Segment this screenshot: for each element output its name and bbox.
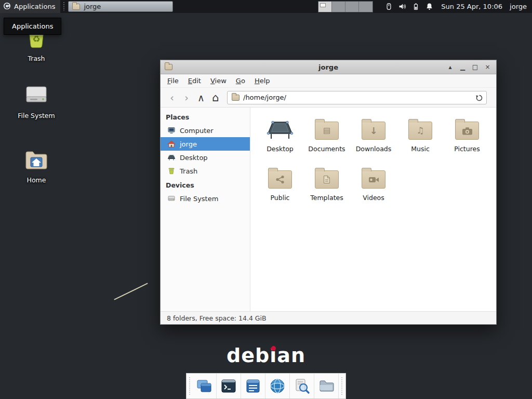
sidebar: Places Computer jorge Desktop Trash Devi…	[161, 108, 250, 311]
file-desktop[interactable]: Desktop	[257, 114, 303, 163]
system-tray	[384, 2, 434, 11]
menu-edit[interactable]: Edit	[183, 74, 206, 87]
volume-tray-icon[interactable]	[398, 2, 407, 11]
documents-emblem-icon: ▤	[323, 127, 330, 135]
file-view[interactable]: Desktop ▤ Documents ↓ Downloads	[250, 108, 496, 311]
menu-go[interactable]: Go	[231, 74, 250, 87]
music-note-emblem-icon: ♫	[416, 126, 424, 135]
desktop-icon	[167, 153, 176, 162]
workspace-switcher	[318, 1, 373, 12]
up-button[interactable]: ∧	[194, 90, 208, 105]
file-public[interactable]: Public	[257, 163, 303, 211]
file-pictures[interactable]: Pictures	[444, 114, 490, 163]
notifications-bell-icon[interactable]	[425, 2, 434, 11]
home-folder-icon	[24, 149, 49, 173]
path-input[interactable]	[243, 94, 471, 101]
dock-launcher-app-finder[interactable]	[290, 374, 314, 398]
wallpaper-line-artifact	[114, 283, 148, 300]
dock-launcher-terminal[interactable]	[217, 374, 241, 398]
file-music[interactable]: ♫ Music	[397, 114, 444, 163]
public-folder-icon	[268, 163, 292, 193]
taskbar-button-jorge[interactable]: jorge	[68, 1, 173, 12]
file-documents-label: Documents	[308, 145, 345, 153]
share-emblem-icon	[275, 175, 285, 184]
home-button[interactable]: ⌂	[208, 90, 223, 105]
video-camera-emblem-icon	[368, 176, 379, 183]
folder-icon	[318, 378, 335, 394]
file-videos[interactable]: Videos	[350, 163, 397, 211]
reload-button[interactable]	[474, 94, 484, 103]
dock-handle-left[interactable]	[188, 377, 191, 395]
dock-launcher-web-browser[interactable]	[265, 374, 290, 398]
battery-tray-icon[interactable]	[411, 2, 420, 11]
file-videos-label: Videos	[363, 194, 384, 202]
documents-folder-icon: ▤	[315, 114, 339, 144]
music-folder-icon: ♫	[408, 114, 432, 144]
dock-launcher-file-manager[interactable]	[314, 374, 339, 398]
status-bar: 8 folders, Free space: 14.4 GiB	[161, 311, 496, 324]
file-public-label: Public	[271, 194, 290, 202]
file-pictures-label: Pictures	[454, 145, 480, 153]
panel-handle[interactable]	[62, 2, 65, 11]
sidebar-header-places: Places	[161, 110, 250, 124]
sidebar-item-desktop[interactable]: Desktop	[161, 151, 250, 164]
desktop-icon-home[interactable]: Home	[12, 149, 60, 184]
filesystem-drive-icon	[24, 83, 49, 109]
panel-clock[interactable]: Sun 25 Apr, 10:06	[441, 3, 502, 10]
bottom-dock	[186, 373, 346, 399]
file-templates[interactable]: Templates	[303, 163, 350, 211]
sidebar-header-devices: Devices	[161, 178, 250, 192]
menu-help[interactable]: Help	[250, 74, 275, 87]
path-folder-icon	[232, 95, 240, 101]
list-window-icon	[245, 378, 261, 394]
sidebar-item-filesystem[interactable]: File System	[161, 192, 250, 205]
mouse-tray-icon[interactable]	[384, 2, 393, 11]
drive-icon	[167, 194, 176, 203]
globe-icon	[269, 378, 286, 394]
back-button[interactable]: ‹	[165, 90, 179, 105]
minimize-button[interactable]: ▁	[458, 63, 467, 72]
videos-folder-icon	[362, 163, 385, 193]
window-titlebar[interactable]: jorge ▴ ▁ □ ×	[161, 60, 496, 74]
workspace-3[interactable]	[345, 2, 359, 12]
menu-file[interactable]: File	[163, 74, 183, 87]
sidebar-item-jorge-label: jorge	[180, 140, 197, 148]
dock-launcher-windows[interactable]	[192, 374, 217, 398]
desktop-icon-home-label: Home	[27, 176, 46, 184]
debian-wordmark: debian	[0, 344, 532, 367]
dock-launcher-panel-lines[interactable]	[241, 374, 265, 398]
desktop-special-icon	[266, 114, 294, 144]
sidebar-item-trash[interactable]: Trash	[161, 164, 250, 178]
menu-view[interactable]: View	[206, 74, 231, 87]
windows-icon	[196, 378, 212, 394]
file-music-label: Music	[411, 145, 430, 153]
forward-button[interactable]: ›	[179, 90, 194, 105]
applications-menu-button[interactable]: Applications	[0, 0, 60, 13]
menu-bar: File Edit View Go Help	[161, 74, 496, 88]
file-desktop-label: Desktop	[267, 145, 294, 153]
panel-username[interactable]: jorge	[510, 3, 527, 10]
sidebar-item-desktop-label: Desktop	[180, 154, 208, 162]
workspace-2[interactable]	[332, 2, 345, 12]
desktop-icon-filesystem[interactable]: File System	[12, 83, 60, 119]
workspace-4[interactable]	[359, 2, 373, 12]
sidebar-item-jorge[interactable]: jorge	[161, 137, 250, 151]
sidebar-item-computer[interactable]: Computer	[161, 124, 250, 137]
templates-folder-icon	[315, 163, 339, 193]
workspace-window-miniature	[320, 3, 326, 7]
home-icon	[167, 140, 176, 148]
file-templates-label: Templates	[310, 194, 343, 202]
dock-handle-right[interactable]	[340, 377, 343, 395]
toolbar: ‹ › ∧ ⌂	[161, 88, 496, 108]
applications-menu-label: Applications	[14, 3, 55, 10]
file-downloads[interactable]: ↓ Downloads	[350, 114, 397, 163]
shade-button[interactable]: ▴	[446, 63, 455, 72]
file-documents[interactable]: ▤ Documents	[303, 114, 350, 163]
status-text: 8 folders, Free space: 14.4 GiB	[167, 314, 267, 322]
file-downloads-label: Downloads	[356, 145, 392, 153]
svg-text:♻: ♻	[32, 34, 40, 44]
document-emblem-icon	[323, 175, 330, 184]
maximize-button[interactable]: □	[471, 63, 480, 72]
close-button[interactable]: ×	[483, 63, 492, 72]
workspace-1[interactable]	[318, 2, 332, 12]
